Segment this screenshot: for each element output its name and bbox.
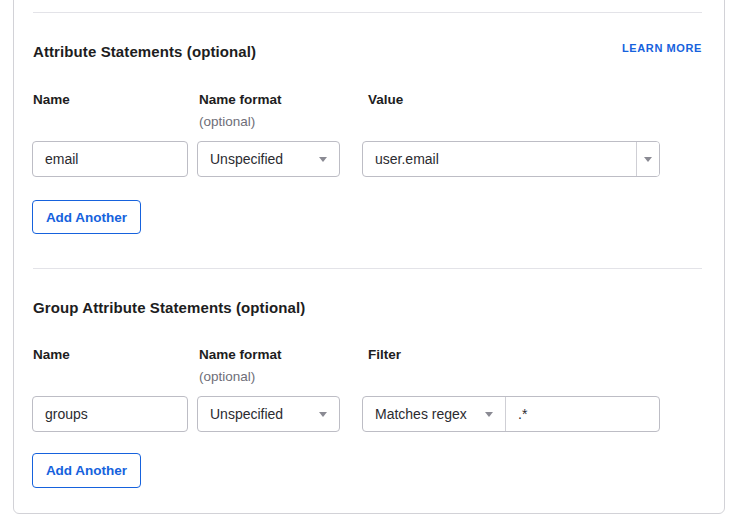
chevron-down-icon — [319, 412, 327, 417]
group-attribute-filter-type-select[interactable]: Matches regex — [363, 397, 506, 431]
column-header-value: Value — [368, 92, 403, 107]
group-attribute-statements-heading: Group Attribute Statements (optional) — [33, 299, 305, 316]
section-divider — [33, 268, 702, 269]
attribute-name-format-selected-value: Unspecified — [210, 151, 283, 167]
group-attribute-name-format-selected-value: Unspecified — [210, 406, 283, 422]
attribute-name-input[interactable] — [32, 141, 188, 177]
group-attribute-filter-combo: Matches regex — [362, 396, 660, 432]
column-header-filter: Filter — [368, 347, 401, 362]
chevron-down-icon — [485, 412, 493, 417]
add-another-attribute-button[interactable]: Add Another — [32, 200, 141, 234]
group-attribute-name-input[interactable] — [32, 396, 188, 432]
group-attribute-filter-type-selected-value: Matches regex — [375, 406, 467, 422]
column-header-name: Name — [33, 92, 70, 107]
chevron-down-icon — [319, 157, 327, 162]
column-header-name: Name — [33, 347, 70, 362]
column-header-name-format: Name format — [199, 347, 282, 362]
attribute-value-dropdown-button[interactable] — [636, 142, 659, 176]
section-divider — [33, 12, 702, 13]
add-another-group-attribute-button[interactable]: Add Another — [32, 453, 141, 488]
group-attribute-filter-value-input[interactable] — [506, 397, 659, 431]
settings-card — [13, 0, 725, 514]
attribute-name-format-select[interactable]: Unspecified — [197, 141, 340, 177]
attribute-value-input[interactable] — [363, 142, 636, 176]
column-note-optional: (optional) — [199, 369, 255, 384]
attribute-value-combo — [362, 141, 660, 177]
learn-more-link[interactable]: LEARN MORE — [622, 42, 702, 54]
saml-settings-panel: Attribute Statements (optional) LEARN MO… — [0, 0, 737, 530]
column-header-name-format: Name format — [199, 92, 282, 107]
column-note-optional: (optional) — [199, 114, 255, 129]
group-attribute-name-format-select[interactable]: Unspecified — [197, 396, 340, 432]
attribute-statements-heading: Attribute Statements (optional) — [33, 43, 256, 60]
chevron-down-icon — [644, 157, 652, 162]
